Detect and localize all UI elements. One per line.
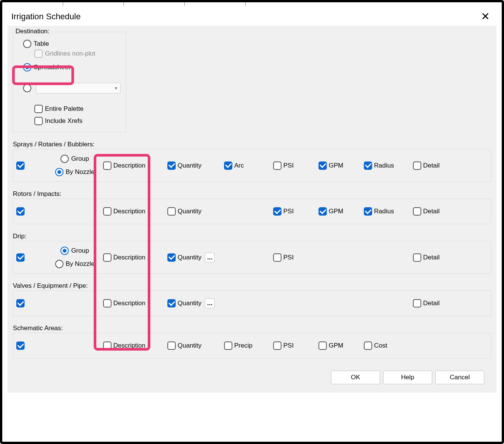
sprays-label: Sprays / Rotaries / Bubblers: [13, 141, 491, 148]
chevron-down-icon: ▾ [115, 85, 117, 91]
schematic-precip-checkbox[interactable] [224, 342, 232, 350]
sprays-group-radio[interactable] [60, 155, 69, 163]
drip-label: Drip: [13, 233, 491, 240]
sprays-row: Group By Nozzle Description Quantity Arc… [13, 149, 491, 182]
rotors-detail-label: Detail [423, 208, 439, 215]
destination-spreadsheet-radio[interactable] [23, 63, 31, 71]
valves-label: Valves / Equipment / Pipe: [13, 282, 491, 290]
rotors-quantity-label: Quantity [178, 208, 201, 215]
sprays-group-label: Group [71, 155, 89, 163]
sprays-psi-checkbox[interactable] [273, 161, 281, 170]
rotors-quantity-checkbox[interactable] [167, 207, 176, 216]
drip-group-label: Group [71, 247, 89, 255]
rotors-label: Rotors / Impacts: [13, 190, 491, 198]
sprays-gpm-checkbox[interactable] [318, 161, 327, 170]
sprays-detail-label: Detail [423, 162, 439, 169]
schematic-description-label: Description [113, 342, 145, 349]
destination-spreadsheet-label: Spreadsheet [34, 64, 70, 71]
rotors-gpm-label: GPM [329, 208, 343, 215]
sprays-psi-label: PSI [283, 162, 294, 169]
valves-quantity-label: Quantity [178, 300, 201, 307]
titlebar: Irrigation Schedule ✕ [8, 8, 496, 26]
cancel-button[interactable]: Cancel [435, 371, 484, 384]
sprays-quantity-checkbox[interactable] [167, 161, 176, 170]
rotors-enable-checkbox[interactable] [16, 207, 25, 216]
drip-enable-checkbox[interactable] [16, 253, 25, 262]
rotors-radius-checkbox[interactable] [364, 207, 372, 216]
schematic-cost-label: Cost [374, 342, 387, 349]
sprays-bynozzle-radio[interactable] [55, 168, 63, 176]
dialog-body: Destination: Table Gridlines non-plot Sp… [8, 26, 496, 393]
destination-table-radio[interactable] [23, 40, 31, 48]
schematic-quantity-checkbox[interactable] [167, 342, 176, 350]
valves-quantity-more-button[interactable]: ... [205, 298, 215, 308]
rotors-gpm-checkbox[interactable] [318, 207, 327, 216]
sprays-radius-label: Radius [374, 162, 394, 169]
help-button[interactable]: Help [383, 371, 432, 384]
drip-detail-label: Detail [423, 254, 439, 261]
sprays-gpm-label: GPM [329, 162, 343, 169]
valves-row: Description Quantity... Detail [13, 290, 491, 316]
sprays-arc-label: Arc [234, 162, 244, 169]
destination-select[interactable]: ▾ [36, 83, 121, 93]
valves-description-checkbox[interactable] [103, 299, 111, 307]
schematic-gpm-checkbox[interactable] [318, 342, 327, 350]
gridlines-label: Gridlines non-plot [45, 50, 95, 57]
destination-other-radio[interactable] [23, 84, 31, 92]
schematic-psi-checkbox[interactable] [273, 342, 281, 350]
irrigation-schedule-dialog: Irrigation Schedule ✕ Destination: Table… [8, 8, 496, 393]
sprays-enable-checkbox[interactable] [16, 161, 25, 170]
sprays-description-checkbox[interactable] [103, 161, 111, 170]
sprays-bynozzle-label: By Nozzle [66, 168, 95, 176]
drip-description-label: Description [113, 254, 145, 261]
valves-detail-checkbox[interactable] [413, 299, 421, 307]
entire-palette-label: Entire Palette [45, 105, 83, 113]
entire-palette-checkbox[interactable] [34, 105, 43, 113]
dialog-title: Irrigation Schedule [11, 12, 80, 22]
rotors-description-label: Description [113, 208, 145, 215]
drip-psi-label: PSI [283, 254, 294, 261]
sprays-description-label: Description [113, 162, 145, 169]
drip-quantity-label: Quantity [178, 254, 201, 261]
drip-quantity-more-button[interactable]: ... [205, 253, 215, 262]
valves-enable-checkbox[interactable] [16, 299, 25, 307]
valves-description-label: Description [113, 300, 145, 307]
schematic-description-checkbox[interactable] [103, 342, 111, 350]
drip-detail-checkbox[interactable] [413, 253, 421, 262]
rotors-psi-checkbox[interactable] [273, 207, 281, 216]
rotors-psi-label: PSI [283, 208, 294, 215]
valves-detail-label: Detail [423, 300, 439, 307]
schematic-psi-label: PSI [283, 342, 294, 349]
drip-bynozzle-label: By Nozzle [66, 260, 95, 268]
sprays-arc-checkbox[interactable] [224, 161, 232, 170]
drip-bynozzle-radio[interactable] [55, 260, 63, 268]
destination-table-label: Table [34, 40, 49, 48]
sprays-detail-checkbox[interactable] [413, 161, 421, 170]
schematic-cost-checkbox[interactable] [364, 342, 372, 350]
destination-group: Destination: Table Gridlines non-plot Sp… [13, 32, 126, 132]
schematic-gpm-label: GPM [329, 342, 343, 349]
schematic-quantity-label: Quantity [178, 342, 201, 349]
drip-description-checkbox[interactable] [103, 253, 111, 262]
include-xrefs-checkbox[interactable] [34, 117, 43, 125]
ok-button[interactable]: OK [331, 371, 380, 384]
drip-psi-checkbox[interactable] [273, 253, 281, 262]
rotors-radius-label: Radius [374, 208, 394, 215]
rotors-detail-checkbox[interactable] [413, 207, 421, 216]
rotors-description-checkbox[interactable] [103, 207, 111, 216]
schematic-label: Schematic Areas: [13, 324, 491, 332]
sprays-quantity-label: Quantity [178, 162, 201, 169]
rotors-row: Description Quantity PSI GPM Radius Deta… [13, 199, 491, 224]
schematic-precip-label: Precip [234, 342, 252, 349]
schematic-enable-checkbox[interactable] [16, 342, 25, 350]
footer-buttons: OK Help Cancel [331, 371, 484, 384]
gridlines-checkbox [34, 50, 43, 58]
valves-quantity-checkbox[interactable] [167, 299, 176, 307]
destination-legend: Destination: [14, 28, 51, 35]
close-icon[interactable]: ✕ [481, 11, 490, 22]
drip-quantity-checkbox[interactable] [167, 253, 176, 262]
drip-group-radio[interactable] [60, 247, 69, 255]
schematic-row: Description Quantity Precip PSI GPM Cost [13, 333, 491, 359]
include-xrefs-label: Include Xrefs [45, 117, 82, 125]
sprays-radius-checkbox[interactable] [364, 161, 372, 170]
